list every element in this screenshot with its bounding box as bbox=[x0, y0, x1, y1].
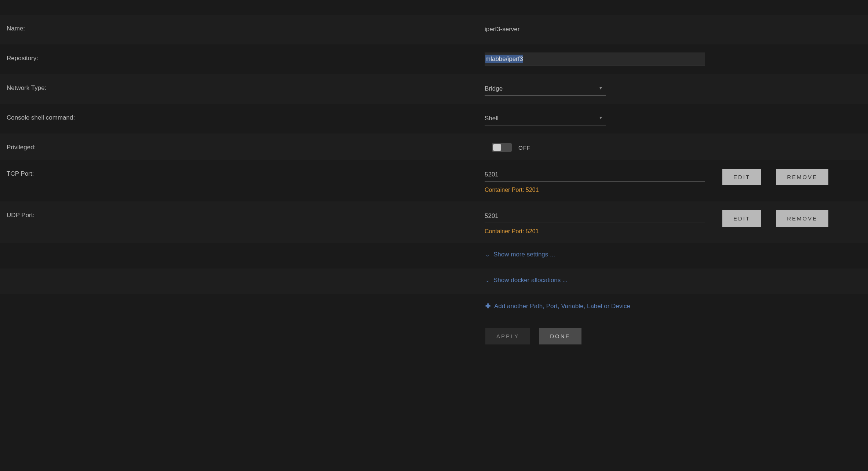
label-udp-port: UDP Port: bbox=[7, 209, 485, 219]
control-privileged: OFF bbox=[485, 142, 705, 152]
tcp-edit-button[interactable]: EDIT bbox=[722, 169, 761, 185]
control-network-type: Bridge ▼ bbox=[485, 82, 705, 96]
udp-remove-button[interactable]: REMOVE bbox=[776, 210, 828, 227]
control-name bbox=[485, 23, 705, 36]
tcp-port-helper: Container Port: 5201 bbox=[485, 187, 705, 193]
udp-port-actions: EDIT REMOVE bbox=[722, 210, 828, 227]
console-shell-select[interactable]: Shell bbox=[485, 112, 606, 125]
control-console-shell: Shell ▼ bbox=[485, 112, 705, 125]
row-privileged: Privileged: OFF bbox=[0, 134, 868, 160]
apply-button[interactable]: APPLY bbox=[485, 328, 530, 344]
row-add-another: ✚ Add another Path, Port, Variable, Labe… bbox=[0, 294, 868, 320]
plus-icon: ✚ bbox=[485, 302, 490, 310]
footer-spacer bbox=[7, 328, 485, 344]
udp-port-controls: Container Port: 5201 EDIT REMOVE bbox=[485, 209, 828, 235]
row-name: Name: bbox=[0, 15, 868, 44]
label-privileged: Privileged: bbox=[7, 142, 485, 151]
tcp-port-controls: Container Port: 5201 EDIT REMOVE bbox=[485, 168, 828, 193]
console-shell-select-wrapper: Shell ▼ bbox=[485, 112, 606, 125]
done-button[interactable]: DONE bbox=[539, 328, 581, 344]
repository-input[interactable]: mlabbe/iperf3 bbox=[485, 52, 705, 66]
row-tcp-port: TCP Port: Container Port: 5201 EDIT REMO… bbox=[0, 160, 868, 201]
toggle-handle bbox=[493, 144, 501, 151]
tcp-remove-button[interactable]: REMOVE bbox=[776, 169, 828, 185]
label-console-shell: Console shell command: bbox=[7, 112, 485, 121]
control-repository: mlabbe/iperf3 bbox=[485, 52, 705, 66]
udp-port-helper: Container Port: 5201 bbox=[485, 228, 705, 235]
network-type-select-wrapper: Bridge ▼ bbox=[485, 82, 606, 96]
udp-edit-button[interactable]: EDIT bbox=[722, 210, 761, 227]
show-docker-text: Show docker allocations ... bbox=[493, 277, 568, 284]
row-console-shell: Console shell command: Shell ▼ bbox=[0, 104, 868, 134]
show-more-text: Show more settings ... bbox=[493, 251, 555, 258]
tcp-port-actions: EDIT REMOVE bbox=[722, 169, 828, 185]
udp-port-input[interactable] bbox=[485, 209, 705, 223]
label-name: Name: bbox=[7, 23, 485, 32]
show-more-link[interactable]: ⌄ Show more settings ... bbox=[485, 251, 555, 258]
footer-row: APPLY DONE bbox=[0, 320, 868, 353]
privileged-state: OFF bbox=[518, 145, 530, 151]
repository-selected-text: mlabbe/iperf3 bbox=[485, 55, 523, 63]
label-tcp-port: TCP Port: bbox=[7, 168, 485, 178]
tcp-port-input-wrapper: Container Port: 5201 bbox=[485, 168, 705, 193]
privileged-toggle-wrapper: OFF bbox=[485, 142, 705, 152]
add-another-text: Add another Path, Port, Variable, Label … bbox=[494, 303, 630, 310]
network-type-select[interactable]: Bridge bbox=[485, 82, 606, 96]
row-network-type: Network Type: Bridge ▼ bbox=[0, 74, 868, 104]
row-show-more: ⌄ Show more settings ... bbox=[0, 243, 868, 269]
label-network-type: Network Type: bbox=[7, 82, 485, 92]
udp-port-input-wrapper: Container Port: 5201 bbox=[485, 209, 705, 235]
row-udp-port: UDP Port: Container Port: 5201 EDIT REMO… bbox=[0, 201, 868, 243]
tcp-port-input[interactable] bbox=[485, 168, 705, 182]
chevron-down-icon: ⌄ bbox=[485, 252, 490, 258]
row-repository: Repository: mlabbe/iperf3 bbox=[0, 44, 868, 74]
name-input[interactable] bbox=[485, 23, 705, 36]
show-docker-link[interactable]: ⌄ Show docker allocations ... bbox=[485, 277, 568, 284]
privileged-toggle[interactable] bbox=[492, 143, 512, 152]
row-show-docker: ⌄ Show docker allocations ... bbox=[0, 269, 868, 294]
footer-buttons: APPLY DONE bbox=[485, 328, 581, 344]
chevron-down-icon: ⌄ bbox=[485, 277, 490, 283]
container-form: Name: Repository: mlabbe/iperf3 Network … bbox=[0, 0, 868, 353]
add-another-link[interactable]: ✚ Add another Path, Port, Variable, Labe… bbox=[485, 302, 630, 310]
label-repository: Repository: bbox=[7, 52, 485, 62]
